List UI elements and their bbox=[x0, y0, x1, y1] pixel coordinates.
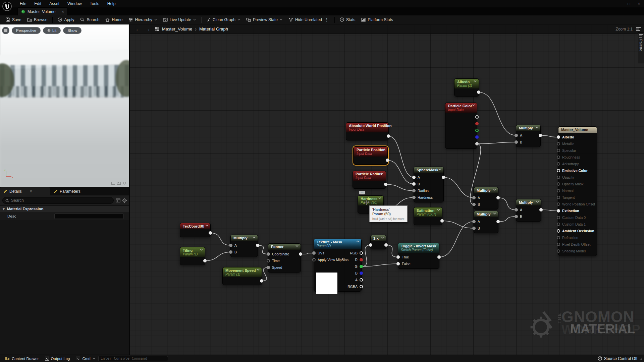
node-awp[interactable]: Absolute World PositionInput Data bbox=[346, 122, 389, 140]
tab-details[interactable]: Details × bbox=[0, 187, 50, 195]
toolbar-item-hide-unrelated[interactable]: Hide Unrelated⋮ bbox=[285, 16, 332, 23]
breadcrumb-asset[interactable]: Master_Volume bbox=[162, 26, 192, 32]
node-mult_right[interactable]: MultiplyAB bbox=[516, 199, 541, 222]
pin-out[interactable] bbox=[387, 134, 390, 138]
menu-tools[interactable]: Tools bbox=[86, 0, 103, 7]
pin-out[interactable] bbox=[477, 90, 480, 94]
cmd-dropdown[interactable]: Cmd bbox=[73, 356, 98, 361]
chevron-down-icon[interactable] bbox=[434, 244, 437, 246]
menu-window[interactable]: Window bbox=[64, 0, 86, 7]
pin-B[interactable] bbox=[515, 215, 518, 218]
tab-master-volume[interactable]: Master_Volume × bbox=[17, 7, 68, 15]
pin-Apply View MipBias[interactable] bbox=[312, 258, 316, 261]
chevron-down-icon[interactable] bbox=[200, 249, 203, 251]
viewport-show-button[interactable]: Show bbox=[63, 27, 82, 34]
tab-parameters[interactable]: Parameters bbox=[50, 187, 84, 195]
pin-out3[interactable] bbox=[475, 135, 479, 139]
chevron-down-icon[interactable] bbox=[493, 213, 496, 215]
pin-out4[interactable] bbox=[475, 142, 479, 145]
pin-Coordinate[interactable] bbox=[267, 252, 270, 256]
pin-out[interactable] bbox=[209, 231, 212, 235]
pin-out1[interactable] bbox=[475, 122, 479, 125]
pin-A[interactable] bbox=[412, 176, 416, 179]
chevron-down-icon[interactable] bbox=[493, 189, 496, 191]
pin-Metallic[interactable] bbox=[557, 142, 560, 145]
pin-out[interactable] bbox=[386, 159, 389, 162]
pin-out[interactable] bbox=[442, 176, 445, 179]
palette-side-tab[interactable]: Palette bbox=[638, 33, 644, 63]
display-filter-icon[interactable] bbox=[116, 198, 120, 202]
chevron-down-icon[interactable] bbox=[381, 172, 384, 174]
pin-Emissive Color[interactable] bbox=[557, 169, 560, 172]
pin-B[interactable] bbox=[515, 140, 518, 144]
minimize-button[interactable]: – bbox=[614, 0, 624, 7]
pin-out[interactable] bbox=[437, 255, 441, 259]
pin-B[interactable] bbox=[360, 272, 363, 275]
pin-R[interactable] bbox=[360, 258, 363, 261]
chevron-down-icon[interactable] bbox=[205, 225, 208, 227]
viewport-menu-icon[interactable] bbox=[2, 27, 9, 34]
node-mult_low[interactable]: MultiplyAB bbox=[474, 211, 498, 233]
node-sphere_mask[interactable]: SphereMaskABRadiusHardness bbox=[414, 167, 444, 202]
content-drawer-button[interactable]: Content Drawer bbox=[2, 356, 42, 361]
node-particle_color[interactable]: Particle ColorInput Data bbox=[445, 103, 477, 149]
pin-Normal[interactable] bbox=[557, 189, 560, 192]
node-movement_speed[interactable]: Movement SpeedParam (1) bbox=[222, 267, 262, 285]
pin-out[interactable] bbox=[384, 243, 388, 247]
chevron-down-icon[interactable] bbox=[536, 201, 539, 203]
forward-arrow-icon[interactable]: → bbox=[143, 26, 153, 32]
pin-in[interactable] bbox=[369, 243, 372, 247]
toolbar-item-search[interactable]: Search bbox=[77, 16, 102, 23]
pin-A[interactable] bbox=[360, 278, 363, 282]
toolbar-item-clean-graph[interactable]: Clean Graph bbox=[203, 16, 243, 23]
chevron-down-icon[interactable] bbox=[535, 126, 538, 128]
chevron-down-icon[interactable] bbox=[383, 124, 386, 126]
pin-Speed[interactable] bbox=[267, 266, 270, 269]
source-control-label[interactable]: Source Control Off bbox=[604, 356, 637, 361]
pin-A[interactable] bbox=[515, 134, 518, 137]
pin-Specular[interactable] bbox=[557, 149, 560, 152]
pin-Opacity Mask[interactable] bbox=[557, 182, 560, 186]
viewport-corner-icons[interactable] bbox=[111, 182, 126, 185]
node-particle_position[interactable]: Particle PositionInput Data bbox=[354, 146, 388, 165]
close-button[interactable]: × bbox=[634, 0, 644, 7]
pin-A[interactable] bbox=[515, 208, 518, 212]
pin-Custom Data 0[interactable] bbox=[557, 216, 560, 219]
chevron-down-icon[interactable] bbox=[257, 269, 260, 271]
node-extinction[interactable]: ExtinctionParam (0.07) bbox=[414, 207, 442, 225]
toolbar-item-home[interactable]: Home bbox=[102, 16, 125, 23]
toolbar-item-preview-state[interactable]: Preview State bbox=[243, 16, 285, 23]
chevron-down-icon[interactable] bbox=[474, 80, 477, 82]
material-graph-canvas[interactable]: ← → Master_Volume › Material Graph Zoom … bbox=[130, 24, 644, 355]
node-panner[interactable]: PannerCoordinateTimeSpeed bbox=[268, 243, 301, 273]
tab-close-icon[interactable]: × bbox=[62, 9, 64, 14]
menu-edit[interactable]: Edit bbox=[31, 0, 45, 7]
chevron-down-icon[interactable] bbox=[437, 209, 440, 211]
toolbar-item-platform-stats[interactable]: Platform Stats bbox=[358, 16, 396, 23]
pin-B[interactable] bbox=[472, 203, 476, 206]
pin-RGBA[interactable] bbox=[360, 285, 363, 288]
toolbar-item-stats[interactable]: Stats bbox=[337, 16, 358, 23]
pin-Custom Data 1[interactable] bbox=[557, 223, 560, 226]
node-inv_x[interactable]: 1-x bbox=[370, 235, 386, 249]
back-arrow-icon[interactable]: ← bbox=[133, 26, 143, 32]
desc-input[interactable] bbox=[54, 214, 124, 219]
pin-out[interactable] bbox=[440, 219, 444, 223]
maximize-button[interactable]: □ bbox=[624, 0, 634, 7]
output-log-button[interactable]: Output Log bbox=[42, 356, 73, 361]
pin-out[interactable] bbox=[539, 134, 542, 137]
toolbar-item-hierarchy[interactable]: Hierarchy bbox=[125, 16, 160, 23]
pin-out[interactable] bbox=[496, 220, 500, 223]
toolbar-item-live-update[interactable]: Live Update bbox=[160, 16, 199, 23]
pin-Ambient Occlusion[interactable] bbox=[557, 229, 560, 233]
node-master[interactable]: Master_VolumeAlbedoMetallicSpecularRough… bbox=[558, 126, 597, 256]
chevron-down-icon[interactable] bbox=[296, 245, 299, 247]
toolbar-item-apply[interactable]: Apply bbox=[55, 16, 77, 23]
pin-out[interactable] bbox=[299, 252, 302, 256]
viewport-mode-button[interactable]: Perspective bbox=[12, 27, 41, 34]
menu-asset[interactable]: Asset bbox=[46, 0, 63, 7]
pin-A[interactable] bbox=[472, 196, 476, 199]
pin-out[interactable] bbox=[203, 259, 207, 262]
details-tab-close-icon[interactable]: × bbox=[30, 189, 32, 194]
pin-A[interactable] bbox=[229, 244, 232, 247]
